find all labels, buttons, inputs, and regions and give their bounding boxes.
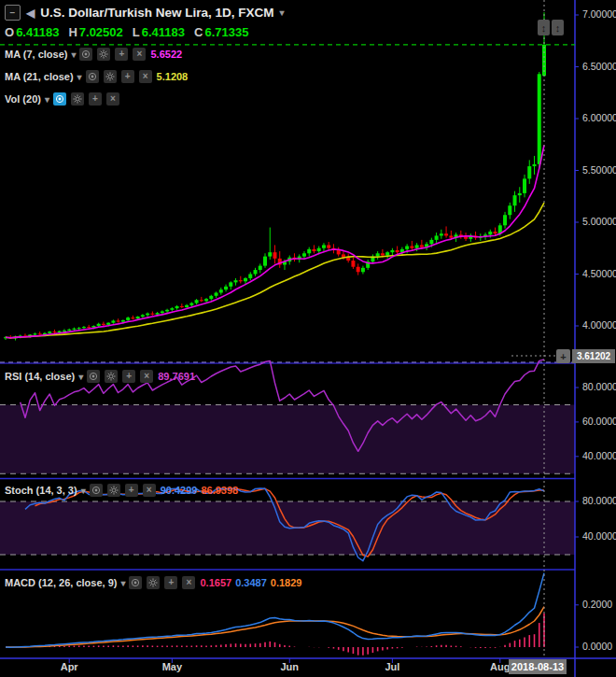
chevron-down-icon[interactable]: ▾ xyxy=(45,94,49,105)
axis-label: 6.50000 xyxy=(582,61,616,72)
gear-icon[interactable] xyxy=(104,70,117,83)
macd-label[interactable]: MACD (12, 26, close, 9) xyxy=(5,577,117,588)
plus-icon[interactable]: + xyxy=(125,484,138,497)
rsi-value: 89.7691 xyxy=(158,371,195,382)
axis-label: 6.00000 xyxy=(582,112,616,123)
axis-label: 80.0000 xyxy=(582,381,616,392)
legend-ma21: MA (21, close) ▾ + × 5.1208 xyxy=(5,70,188,83)
close-icon[interactable]: × xyxy=(106,92,119,106)
stoch-d-value: 86.9398 xyxy=(201,485,238,496)
axis-label: 40.0000 xyxy=(582,450,616,461)
gear-icon[interactable] xyxy=(105,370,118,383)
collapse-pane-icon[interactable]: − xyxy=(5,5,21,21)
eye-icon[interactable] xyxy=(53,92,66,106)
price-axis-stoch[interactable]: 80.000040.0000 xyxy=(575,478,616,570)
ohlc-row: O6.41183 H7.02502 L6.41183 C6.71335 xyxy=(5,25,248,39)
close-icon[interactable]: × xyxy=(143,484,156,497)
legend-ma7: MA (7, close) ▾ + × 5.6522 xyxy=(5,48,182,61)
time-axis-label: Jul xyxy=(385,661,399,672)
chevron-down-icon[interactable]: ▾ xyxy=(77,72,82,82)
axis-label: 0.0000 xyxy=(582,641,612,652)
axis-label: 5.50000 xyxy=(582,164,616,176)
high-label: H xyxy=(68,25,77,39)
low-value: 6.41183 xyxy=(142,25,185,39)
chevron-down-icon[interactable]: ▾ xyxy=(78,372,83,382)
stoch-label[interactable]: Stoch (14, 3, 3) xyxy=(5,485,77,496)
gear-icon[interactable] xyxy=(97,48,110,61)
axis-label: 4.50000 xyxy=(582,268,616,279)
macd-line-value: 0.3487 xyxy=(235,577,267,588)
close-value: 6.71335 xyxy=(204,25,248,39)
macd-signal-value: 0.1829 xyxy=(271,577,302,588)
close-icon[interactable]: × xyxy=(182,576,195,589)
eye-icon[interactable] xyxy=(87,370,100,383)
rsi-label[interactable]: RSI (14, close) xyxy=(5,371,75,382)
price-axis-main[interactable]: 7.000006.500006.000005.500005.000004.500… xyxy=(575,0,616,362)
plus-icon[interactable]: + xyxy=(121,70,134,83)
open-value: 6.41183 xyxy=(16,25,59,39)
chevron-down-icon[interactable]: ▾ xyxy=(280,7,285,18)
close-icon[interactable]: × xyxy=(133,48,146,61)
axis-label: 60.0000 xyxy=(582,416,616,427)
eye-icon[interactable] xyxy=(86,70,99,83)
gear-icon[interactable] xyxy=(147,576,160,589)
eye-icon[interactable] xyxy=(129,576,142,589)
time-axis-label: Apr xyxy=(61,661,78,672)
low-label: L xyxy=(133,25,140,39)
legend-stoch: Stoch (14, 3, 3) ▾ + × 90.4299 86.9398 xyxy=(5,484,238,497)
axis-label: 5.00000 xyxy=(582,216,616,227)
symbol-title[interactable]: U.S. Dollar/Turkish New Lira, 1D, FXCM xyxy=(40,6,273,20)
gear-icon[interactable] xyxy=(71,92,84,106)
time-axis-label: May xyxy=(162,661,182,672)
plus-icon[interactable]: + xyxy=(122,370,135,383)
symbol-header: − ◀ U.S. Dollar/Turkish New Lira, 1D, FX… xyxy=(5,5,285,21)
pane-controls: ↕ ↕ xyxy=(538,20,564,35)
close-icon[interactable]: × xyxy=(139,70,152,83)
legend-vol: Vol (20) ▾ + × xyxy=(5,92,120,106)
close-label: C xyxy=(194,25,203,39)
plus-icon[interactable]: + xyxy=(115,48,128,61)
chevron-down-icon[interactable]: ▾ xyxy=(71,49,76,60)
macd-hist-value: 0.1657 xyxy=(200,577,231,588)
add-alert-plus-icon[interactable]: + xyxy=(556,349,570,363)
close-icon[interactable]: × xyxy=(140,370,153,383)
price-axis-rsi[interactable]: 80.000060.000040.0000 xyxy=(575,362,616,478)
vol-label[interactable]: Vol (20) xyxy=(5,93,41,105)
chevron-down-icon[interactable]: ▾ xyxy=(81,486,86,496)
time-axis-label: Jun xyxy=(280,661,299,672)
ma21-value: 5.1208 xyxy=(157,71,189,82)
gear-icon[interactable] xyxy=(107,484,120,497)
axis-label: 7.00000 xyxy=(582,8,616,20)
axis-label: 4.00000 xyxy=(582,319,616,331)
time-axis-label: Aug xyxy=(490,661,510,672)
crosshair-price-label: 3.61202 xyxy=(572,349,615,363)
chevron-down-icon[interactable]: ▾ xyxy=(120,578,125,588)
legend-macd: MACD (12, 26, close, 9) ▾ + × 0.1657 0.3… xyxy=(5,576,301,589)
high-value: 7.02502 xyxy=(79,25,123,39)
stoch-k-value: 90.4299 xyxy=(161,485,198,496)
plus-icon[interactable]: + xyxy=(164,576,177,589)
open-label: O xyxy=(5,25,14,39)
move-pane-down-icon[interactable]: ↕ xyxy=(552,20,564,35)
legend-rsi: RSI (14, close) ▾ + × 89.7691 xyxy=(5,370,195,383)
flag-icon[interactable]: ◀ xyxy=(26,7,35,20)
move-pane-up-icon[interactable]: ↕ xyxy=(538,20,550,35)
eye-icon[interactable] xyxy=(79,48,92,61)
ma21-label[interactable]: MA (21, close) xyxy=(5,71,74,82)
crosshair-date-label: 2018-08-13 xyxy=(509,659,567,674)
eye-icon[interactable] xyxy=(90,484,103,497)
axis-label: 80.0000 xyxy=(582,495,616,506)
price-axis-macd[interactable]: 0.20000.0000 xyxy=(575,570,616,658)
axis-label: 40.0000 xyxy=(582,530,616,542)
ma7-label[interactable]: MA (7, close) xyxy=(5,49,67,60)
ma7-value: 5.6522 xyxy=(150,49,182,60)
axis-label: 0.2000 xyxy=(582,599,612,610)
plus-icon[interactable]: + xyxy=(89,92,102,106)
